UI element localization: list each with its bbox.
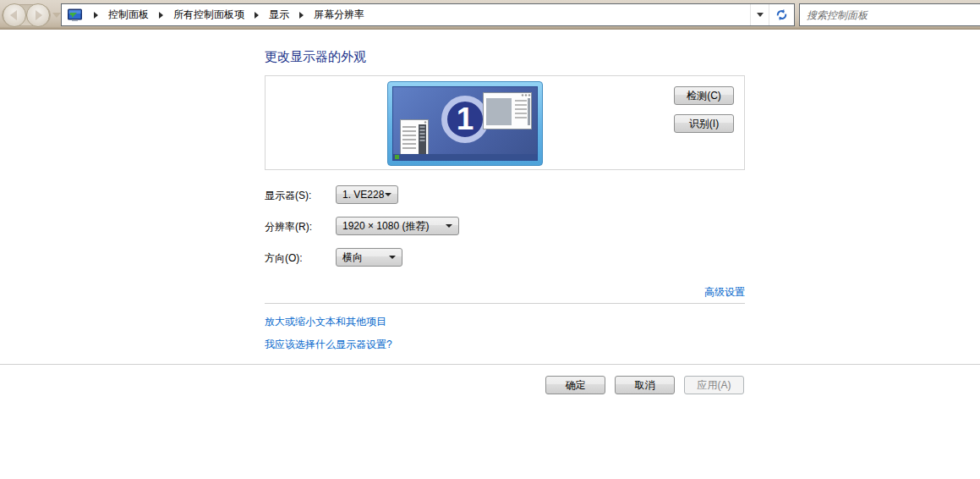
page-title: 更改显示器的外观	[265, 49, 366, 65]
refresh-icon	[775, 8, 788, 21]
breadcrumb-screen-resolution[interactable]: 屏幕分辨率	[310, 3, 368, 26]
breadcrumb-display[interactable]: 显示	[266, 3, 293, 26]
monitor-screen: 1	[392, 86, 538, 161]
search-box	[799, 3, 980, 26]
screen-resolution-window: 控制面板 所有控制面板项 显示 屏幕分辨率 更	[0, 0, 980, 479]
orientation-row: 方向(O): 横向	[265, 248, 745, 267]
breadcrumb-control-panel[interactable]: 控制面板	[105, 3, 152, 26]
resolution-label: 分辨率(R):	[265, 220, 312, 234]
display-row: 显示器(S): 1. VE228	[265, 185, 745, 204]
advanced-settings-row: 高级设置	[265, 285, 745, 300]
display-select[interactable]: 1. VE228	[336, 185, 398, 204]
chevron-down-icon	[385, 193, 391, 196]
footer-divider	[0, 364, 980, 365]
monitor-thumbnail[interactable]: 1	[387, 81, 543, 166]
desktop-window-thumbnail-icon	[483, 92, 532, 129]
thumbnail-taskbar	[393, 154, 537, 160]
search-input[interactable]	[800, 4, 980, 25]
chevron-down-icon	[389, 256, 396, 259]
orientation-value: 横向	[342, 251, 363, 265]
display-icon	[67, 8, 84, 22]
resolution-row: 分辨率(R): 1920 × 1080 (推荐)	[265, 217, 745, 235]
identify-button[interactable]: 识别(I)	[674, 114, 734, 133]
address-history-dropdown[interactable]	[750, 4, 769, 25]
orientation-label: 方向(O):	[265, 251, 303, 266]
which-display-settings-link[interactable]: 我应该选择什么显示器设置?	[265, 338, 392, 352]
monitor-number-badge: 1	[441, 96, 489, 143]
orientation-select[interactable]: 横向	[336, 248, 402, 267]
recent-pages-chevron-icon[interactable]	[52, 13, 61, 18]
apply-button[interactable]: 应用(A)	[684, 376, 744, 394]
cancel-button[interactable]: 取消	[615, 376, 675, 394]
ok-button[interactable]: 确定	[545, 376, 605, 394]
breadcrumb-all-items[interactable]: 所有控制面板项	[170, 3, 248, 26]
display-label: 显示器(S):	[265, 189, 311, 203]
resize-text-link[interactable]: 放大或缩小文本和其他项目	[265, 315, 386, 329]
resolution-select[interactable]: 1920 × 1080 (推荐)	[336, 217, 459, 235]
display-value: 1. VE228	[342, 189, 384, 201]
address-bar[interactable]: 控制面板 所有控制面板项 显示 屏幕分辨率	[61, 3, 795, 26]
preview-buttons: 检测(C) 识别(I)	[674, 86, 734, 133]
back-button[interactable]	[3, 3, 26, 27]
monitor-number: 1	[457, 103, 474, 135]
breadcrumb-separator-icon	[94, 12, 98, 19]
detect-button[interactable]: 检测(C)	[674, 86, 734, 105]
back-arrow-icon	[10, 10, 17, 20]
monitor-preview-panel: 1	[265, 75, 745, 170]
advanced-settings-link[interactable]: 高级设置	[704, 286, 745, 298]
section-divider	[265, 303, 745, 304]
refresh-button[interactable]	[769, 4, 794, 25]
forward-arrow-icon	[36, 10, 42, 20]
breadcrumb-separator-icon	[299, 12, 304, 19]
forward-button[interactable]	[26, 3, 50, 27]
chevron-down-icon	[446, 224, 452, 228]
breadcrumb-separator-icon	[255, 12, 259, 19]
chevron-down-icon	[757, 13, 764, 17]
nav-button-group	[2, 2, 59, 28]
resolution-value: 1920 × 1080 (推荐)	[342, 219, 429, 234]
breadcrumb-separator-icon	[159, 12, 163, 19]
thumbnail-start-button-icon	[395, 155, 399, 159]
navigation-toolbar: 控制面板 所有控制面板项 显示 屏幕分辨率	[0, 0, 980, 30]
